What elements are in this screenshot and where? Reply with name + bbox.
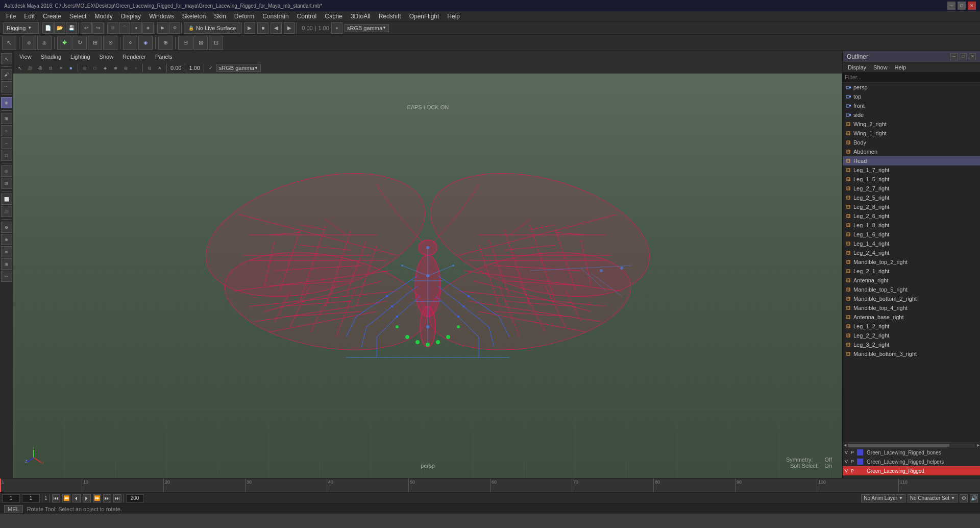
tree-item-leg-1-4-right[interactable]: Leg_1_4_right xyxy=(843,239,980,248)
outliner-menu-help[interactable]: Help xyxy=(892,64,910,70)
viewport-menu-show[interactable]: Show xyxy=(95,54,118,60)
timeline-tick[interactable]: 90 xyxy=(735,478,742,492)
viewport-menu-renderer[interactable]: Renderer xyxy=(118,54,150,60)
tree-item-mandible-top-5-right[interactable]: Mandible_top_5_right xyxy=(843,285,980,294)
timeline-tick[interactable]: 20 xyxy=(163,478,170,492)
camera-tools-button[interactable]: 🎥 xyxy=(1,206,12,217)
tree-item-leg-1-8-right[interactable]: Leg_1_8_right xyxy=(843,221,980,230)
sculpt-tool-button[interactable]: ⋯ xyxy=(1,81,12,92)
outliner-minimize-button[interactable]: ─ xyxy=(950,53,958,60)
timeline-tick[interactable]: 60 xyxy=(490,478,497,492)
menu-item-3dtoall[interactable]: 3DtoAll xyxy=(347,11,375,21)
go-to-end-button[interactable]: ⏭ xyxy=(113,494,121,502)
playback-end-field[interactable]: 200 xyxy=(126,494,144,502)
lasso-select-button[interactable]: ⊕ xyxy=(22,36,36,50)
menu-item-create[interactable]: Create xyxy=(39,11,65,21)
menu-item-constrain[interactable]: Constrain xyxy=(258,11,292,21)
timeline-tick[interactable]: 30 xyxy=(245,478,252,492)
tree-item-wing-1-right[interactable]: Wing_1_right xyxy=(843,129,980,138)
menu-item-control[interactable]: Control xyxy=(293,11,321,21)
tree-item-persp[interactable]: persp xyxy=(843,83,980,92)
tree-item-leg-2-8-right[interactable]: Leg_2_8_right xyxy=(843,202,980,211)
outliner-menu-show[interactable]: Show xyxy=(870,64,891,70)
live-surface-button[interactable]: 🔒 No Live Surface xyxy=(184,22,240,34)
menu-item-deform[interactable]: Deform xyxy=(230,11,258,21)
snap-point-button[interactable]: ● xyxy=(131,22,142,34)
timeline-area[interactable]: 1102030405060708090100110120 xyxy=(0,478,980,492)
tree-item-wing-2-right[interactable]: Wing_2_right xyxy=(843,119,980,129)
vp-color-button[interactable]: ■ xyxy=(66,63,76,73)
next-key-button[interactable]: ⏭ xyxy=(103,494,111,502)
scroll-thumb[interactable] xyxy=(848,444,949,447)
menu-item-select[interactable]: Select xyxy=(65,11,90,21)
face-mode-button[interactable]: □ xyxy=(1,150,12,161)
snap-align-button[interactable]: ⊟ xyxy=(178,36,192,50)
mode-dropdown[interactable]: Rigging ▼ xyxy=(3,22,39,34)
scroll-right-button[interactable]: ▶ xyxy=(976,443,980,447)
layer-vis-btn[interactable]: V xyxy=(845,450,848,455)
viewport-container[interactable]: ViewShadingLightingShowRendererPanels ↖ … xyxy=(13,51,842,478)
rigging-btn-4[interactable]: ⊞ xyxy=(1,258,12,270)
vp-mode-button[interactable]: ◎ xyxy=(36,63,45,73)
tree-item-leg-2-2-right[interactable]: Leg_2_2_right xyxy=(843,331,980,340)
tree-item-body[interactable]: Body xyxy=(843,138,980,147)
move-tool-button[interactable]: ✥ xyxy=(57,36,71,50)
new-file-button[interactable]: 📄 xyxy=(42,22,54,34)
next-frame-button[interactable]: ▶ xyxy=(284,22,295,34)
close-button[interactable]: ✕ xyxy=(968,2,976,10)
layer-parent-btn[interactable]: P xyxy=(851,468,854,473)
tree-item-leg-1-7-right[interactable]: Leg_1_7_right xyxy=(843,165,980,175)
vp-gamma-display[interactable]: sRGB gamma ▼ xyxy=(216,64,261,72)
tree-item-mandible-bottom-2-right[interactable]: Mandible_bottom_2_right xyxy=(843,294,980,303)
rigging-btn-5[interactable]: ⋯ xyxy=(1,271,12,282)
anim-settings-button[interactable]: ⚙ xyxy=(960,494,968,502)
vp-heads-button[interactable]: ⊕ xyxy=(111,63,120,73)
tree-item-leg-1-6-right[interactable]: Leg_1_6_right xyxy=(843,230,980,239)
vp-light-button[interactable]: ☀ xyxy=(56,63,65,73)
last-tool-button[interactable]: ⊕ xyxy=(158,36,173,50)
prev-key-button[interactable]: ⏪ xyxy=(62,494,70,502)
viewport-scene[interactable]: CAPS LOCK ON persp Symmetry: Off Soft Se… xyxy=(13,74,842,478)
align-objects-button[interactable]: ⊠ xyxy=(193,36,208,50)
tree-item-leg-2-1-right[interactable]: Leg_2_1_right xyxy=(843,267,980,276)
snap-grid-button[interactable]: ⊞ xyxy=(107,22,118,34)
layer-row-green-lacewing-rigged[interactable]: V P Green_Lacewing_Rigged xyxy=(843,466,980,475)
next-frame-button[interactable]: ⏩ xyxy=(93,494,101,502)
play-button[interactable]: ⏵ xyxy=(83,494,91,502)
maximize-button[interactable]: □ xyxy=(958,2,966,10)
vp-manip-button[interactable]: ◈ xyxy=(101,63,110,73)
scroll-left-button[interactable]: ◀ xyxy=(843,443,847,447)
redo-button[interactable]: ↪ xyxy=(92,22,104,34)
tree-item-leg-2-5-right[interactable]: Leg_2_5_right xyxy=(843,193,980,202)
vp-isolate-button[interactable]: ○ xyxy=(131,63,140,73)
menu-item-windows[interactable]: Windows xyxy=(145,11,178,21)
vp-xray-button[interactable]: ◎ xyxy=(121,63,130,73)
paint-select-button[interactable]: ◎ xyxy=(37,36,52,50)
snap-to-button[interactable]: ⊡ xyxy=(209,36,223,50)
timeline-tick[interactable]: 10 xyxy=(82,478,88,492)
component-mode-button[interactable]: ⊞ xyxy=(1,113,12,124)
timeline-tick[interactable]: 70 xyxy=(572,478,578,492)
tree-item-leg-2-7-right[interactable]: Leg_2_7_right xyxy=(843,184,980,193)
play-button[interactable]: ▶ xyxy=(244,22,255,34)
soft-modification-button[interactable]: ⋄ xyxy=(123,36,137,50)
xray-button[interactable]: ◎ xyxy=(1,165,12,177)
active-tool-button[interactable]: ◈ xyxy=(1,97,12,108)
timeline-tick[interactable]: 40 xyxy=(327,478,333,492)
layer-row-green-lacewing-rigged-bones[interactable]: V P Green_Lacewing_Rigged_bones xyxy=(843,448,980,457)
prev-frame-button[interactable]: ◀ xyxy=(271,22,282,34)
tree-item-mandible-top-4-right[interactable]: Mandible_top_4_right xyxy=(843,303,980,313)
vp-shading-button[interactable]: ⊡ xyxy=(46,63,55,73)
layer-parent-btn[interactable]: P xyxy=(851,450,854,455)
select-tool-button[interactable]: ↖ xyxy=(2,36,16,50)
menu-item-edit[interactable]: Edit xyxy=(20,11,39,21)
render-settings-button[interactable]: ⚙ xyxy=(169,22,180,34)
menu-item-modify[interactable]: Modify xyxy=(90,11,116,21)
outliner-search-input[interactable] xyxy=(845,74,978,80)
scale-tool-button[interactable]: ⊞ xyxy=(88,36,102,50)
layer-vis-btn[interactable]: V xyxy=(845,459,848,464)
undo-button[interactable]: ↩ xyxy=(81,22,92,34)
timeline-ruler[interactable]: 1102030405060708090100110120 xyxy=(0,478,980,492)
menu-item-skeleton[interactable]: Skeleton xyxy=(178,11,210,21)
menu-item-help[interactable]: Help xyxy=(443,11,464,21)
